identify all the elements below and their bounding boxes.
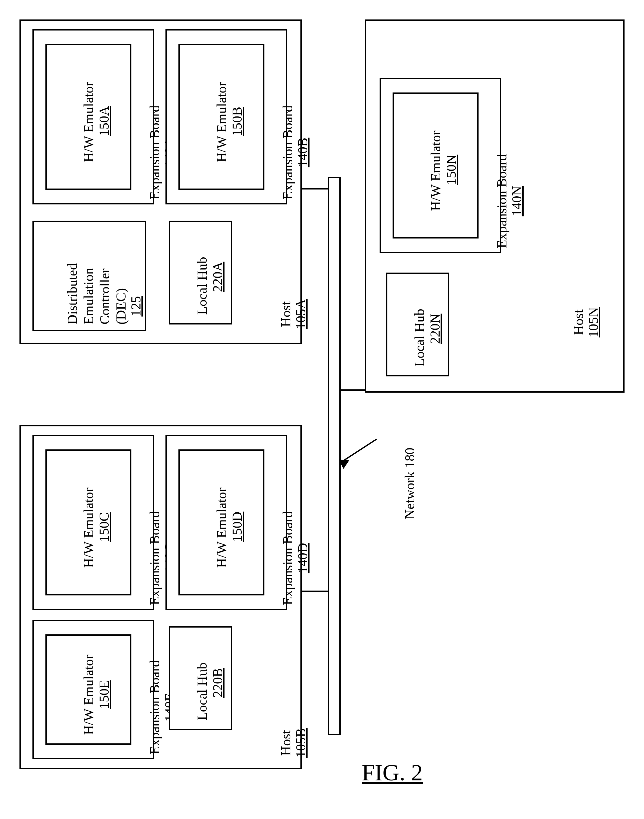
hub-n-ref: 220N	[428, 314, 443, 344]
emulator-150c-ref: 150C	[97, 512, 112, 542]
board-140n-title: Expansion Board 140N	[494, 154, 524, 248]
host-a-label: Host 105A	[278, 299, 308, 329]
connector-host-b	[302, 590, 328, 592]
emulator-150d-ref: 150D	[230, 512, 245, 542]
dec-label-1: Distributed	[65, 263, 80, 325]
emulator-150a-ref: 150A	[97, 106, 112, 136]
hub-a-label: Local Hub	[195, 257, 210, 315]
board-140b-title: Expansion Board 140B	[280, 106, 310, 199]
emulator-150n-ref: 150N	[444, 155, 459, 185]
emulator-150b-label: H/W Emulator	[214, 82, 229, 162]
connector-host-a	[302, 188, 328, 190]
network-bar	[328, 177, 340, 735]
network-label: Network 180	[402, 448, 417, 519]
host-n-label: Host 105N	[571, 307, 601, 337]
hub-b-ref: 220B	[210, 668, 225, 698]
emulator-150e-label: H/W Emulator	[81, 655, 96, 735]
host-b-label: Host 105B	[278, 728, 308, 758]
hub-a-ref: 220A	[210, 262, 225, 292]
dec-label-2: Emulation	[81, 268, 96, 325]
emulator-150c-label: H/W Emulator	[81, 488, 96, 568]
hub-n-label: Local Hub	[412, 309, 427, 367]
emulator-150d-label: H/W Emulator	[214, 488, 229, 568]
emulator-150n-label: H/W Emulator	[428, 130, 443, 211]
connector-host-n	[340, 390, 365, 391]
emulator-150b-ref: 150B	[230, 107, 245, 136]
emulator-150e-ref: 150E	[97, 680, 112, 709]
dec-label-4: (DEC) 125	[113, 288, 143, 325]
emulator-150a-label: H/W Emulator	[81, 82, 96, 162]
dec-label-3: Controller	[97, 268, 112, 325]
figure-caption: FIG. 2	[362, 759, 423, 786]
hub-b-label: Local Hub	[195, 663, 210, 720]
